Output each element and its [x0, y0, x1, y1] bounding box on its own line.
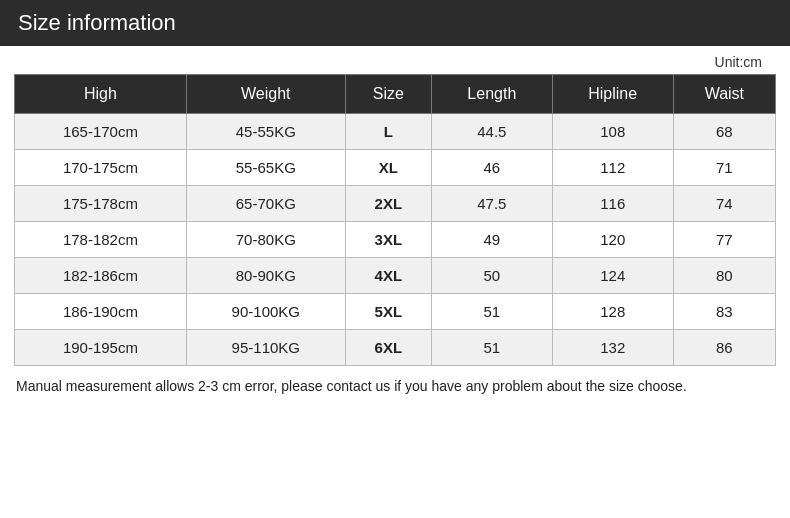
page-container: Size information Unit:cm High Weight Siz… [0, 0, 790, 518]
cell-waist: 68 [673, 114, 775, 150]
cell-waist: 86 [673, 330, 775, 366]
table-row: 178-182cm70-80KG3XL4912077 [15, 222, 776, 258]
table-row: 186-190cm90-100KG5XL5112883 [15, 294, 776, 330]
table-header-row: High Weight Size Length Hipline Waist [15, 75, 776, 114]
cell-high: 165-170cm [15, 114, 187, 150]
cell-size: 5XL [345, 294, 431, 330]
cell-hipline: 132 [552, 330, 673, 366]
cell-high: 175-178cm [15, 186, 187, 222]
table-row: 182-186cm80-90KG4XL5012480 [15, 258, 776, 294]
cell-hipline: 120 [552, 222, 673, 258]
cell-weight: 95-110KG [186, 330, 345, 366]
cell-weight: 65-70KG [186, 186, 345, 222]
cell-size: L [345, 114, 431, 150]
page-title: Size information [0, 0, 790, 46]
cell-waist: 77 [673, 222, 775, 258]
unit-label: Unit:cm [0, 46, 790, 74]
cell-length: 51 [431, 294, 552, 330]
cell-size: 2XL [345, 186, 431, 222]
cell-weight: 70-80KG [186, 222, 345, 258]
cell-hipline: 116 [552, 186, 673, 222]
table-row: 165-170cm45-55KGL44.510868 [15, 114, 776, 150]
col-header-hipline: Hipline [552, 75, 673, 114]
cell-hipline: 124 [552, 258, 673, 294]
cell-waist: 80 [673, 258, 775, 294]
col-header-waist: Waist [673, 75, 775, 114]
table-row: 170-175cm55-65KGXL4611271 [15, 150, 776, 186]
cell-waist: 83 [673, 294, 775, 330]
cell-high: 178-182cm [15, 222, 187, 258]
col-header-high: High [15, 75, 187, 114]
cell-weight: 90-100KG [186, 294, 345, 330]
title-text: Size information [18, 10, 176, 35]
cell-high: 170-175cm [15, 150, 187, 186]
cell-size: 6XL [345, 330, 431, 366]
cell-waist: 71 [673, 150, 775, 186]
table-row: 175-178cm65-70KG2XL47.511674 [15, 186, 776, 222]
col-header-weight: Weight [186, 75, 345, 114]
cell-weight: 80-90KG [186, 258, 345, 294]
cell-length: 49 [431, 222, 552, 258]
table-body: 165-170cm45-55KGL44.510868170-175cm55-65… [15, 114, 776, 366]
cell-hipline: 112 [552, 150, 673, 186]
size-table: High Weight Size Length Hipline Waist 16… [14, 74, 776, 366]
cell-length: 44.5 [431, 114, 552, 150]
cell-high: 186-190cm [15, 294, 187, 330]
cell-length: 51 [431, 330, 552, 366]
cell-size: XL [345, 150, 431, 186]
cell-high: 182-186cm [15, 258, 187, 294]
cell-length: 47.5 [431, 186, 552, 222]
cell-length: 46 [431, 150, 552, 186]
table-row: 190-195cm95-110KG6XL5113286 [15, 330, 776, 366]
cell-weight: 45-55KG [186, 114, 345, 150]
cell-waist: 74 [673, 186, 775, 222]
cell-hipline: 108 [552, 114, 673, 150]
cell-size: 4XL [345, 258, 431, 294]
cell-high: 190-195cm [15, 330, 187, 366]
footnote-text: Manual measurement allows 2-3 cm error, … [0, 366, 790, 403]
table-wrapper: High Weight Size Length Hipline Waist 16… [0, 74, 790, 366]
col-header-length: Length [431, 75, 552, 114]
col-header-size: Size [345, 75, 431, 114]
cell-hipline: 128 [552, 294, 673, 330]
cell-size: 3XL [345, 222, 431, 258]
cell-length: 50 [431, 258, 552, 294]
cell-weight: 55-65KG [186, 150, 345, 186]
